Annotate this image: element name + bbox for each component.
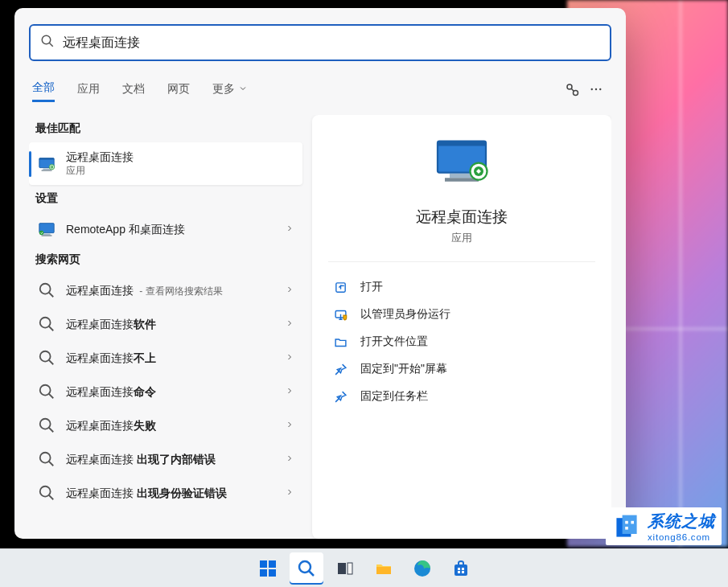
chevron-right-icon — [285, 283, 294, 298]
svg-rect-48 — [260, 569, 267, 577]
svg-rect-56 — [454, 564, 467, 576]
search-input[interactable] — [63, 35, 600, 50]
svg-line-4 — [571, 88, 574, 91]
chevron-right-icon — [285, 384, 294, 399]
action-pin-start[interactable]: 固定到"开始"屏幕 — [328, 355, 595, 383]
chevron-right-icon — [285, 351, 294, 365]
linked-devices-button[interactable] — [560, 77, 584, 101]
action-label: 打开文件位置 — [360, 335, 428, 349]
watermark-url: xitong86.com — [648, 532, 715, 542]
svg-point-6 — [595, 88, 597, 89]
details-sub: 应用 — [451, 231, 472, 245]
action-label: 以管理员身份运行 — [360, 307, 450, 322]
svg-rect-16 — [42, 236, 52, 236]
svg-line-51 — [309, 571, 314, 576]
action-open-location[interactable]: 打开文件位置 — [328, 328, 595, 355]
search-icon — [37, 314, 56, 334]
results-list: 最佳匹配 远程桌面连接 应用 设置 RemoteApp 和桌面连接 搜索网页 — [29, 115, 302, 539]
admin-shield-icon — [333, 307, 348, 322]
svg-point-17 — [39, 231, 44, 236]
search-icon — [37, 483, 56, 503]
action-label: 固定到任务栏 — [360, 389, 428, 404]
start-button[interactable] — [251, 552, 285, 585]
svg-line-29 — [49, 462, 54, 466]
svg-point-28 — [40, 453, 51, 463]
watermark-title: 系统之城 — [648, 511, 715, 532]
svg-rect-49 — [269, 569, 276, 577]
settings-item-title: RemoteApp 和桌面连接 — [66, 222, 285, 236]
svg-rect-54 — [376, 567, 391, 574]
svg-point-30 — [40, 486, 51, 497]
svg-rect-42 — [623, 515, 637, 533]
svg-rect-57 — [458, 568, 460, 570]
svg-rect-10 — [43, 168, 50, 170]
svg-line-27 — [49, 428, 54, 433]
search-panel: 全部 应用 文档 网页 更多 最佳匹配 远程桌面连接 应用 — [14, 8, 626, 539]
web-result-1[interactable]: 远程桌面连接软件 — [29, 307, 302, 341]
search-box[interactable] — [29, 24, 611, 61]
tab-documents[interactable]: 文档 — [122, 77, 145, 101]
svg-line-1 — [49, 43, 53, 47]
search-icon — [40, 34, 55, 51]
rdp-icon — [37, 154, 56, 174]
svg-rect-59 — [458, 571, 460, 573]
web-result-3[interactable]: 远程桌面连接命令 — [29, 375, 302, 408]
watermark: 系统之城 xitong86.com — [606, 507, 722, 545]
taskbar-search-button[interactable] — [290, 552, 323, 585]
edge-button[interactable] — [405, 552, 439, 585]
web-result-6[interactable]: 远程桌面连接 出现身份验证错误 — [29, 476, 302, 510]
tab-web[interactable]: 网页 — [167, 77, 190, 101]
file-explorer-button[interactable] — [367, 552, 401, 585]
taskbar — [0, 548, 728, 587]
filter-tabs: 全部 应用 文档 网页 更多 — [29, 76, 611, 102]
settings-item-remoteapp[interactable]: RemoteApp 和桌面连接 — [29, 212, 302, 246]
search-icon — [37, 281, 56, 300]
web-result-4[interactable]: 远程桌面连接失败 — [29, 408, 302, 442]
svg-point-0 — [42, 35, 51, 44]
svg-rect-44 — [631, 520, 634, 523]
web-result-0[interactable]: 远程桌面连接 - 查看网络搜索结果 — [29, 273, 302, 307]
svg-point-20 — [40, 318, 51, 328]
svg-point-24 — [40, 385, 51, 396]
best-match-sub: 应用 — [66, 164, 294, 178]
search-icon — [37, 449, 56, 469]
action-pin-taskbar[interactable]: 固定到任务栏 — [328, 383, 595, 410]
action-run-admin[interactable]: 以管理员身份运行 — [328, 301, 595, 328]
svg-point-22 — [40, 351, 51, 362]
chevron-down-icon — [238, 83, 248, 96]
svg-line-19 — [49, 293, 54, 298]
open-icon — [333, 280, 348, 294]
svg-rect-45 — [625, 527, 628, 530]
svg-rect-58 — [462, 568, 464, 570]
svg-rect-33 — [438, 142, 486, 146]
svg-rect-47 — [269, 560, 276, 568]
chevron-right-icon — [285, 222, 294, 236]
action-label: 打开 — [360, 280, 383, 294]
chevron-right-icon — [285, 317, 294, 331]
tab-all[interactable]: 全部 — [32, 76, 55, 102]
section-best-match: 最佳匹配 — [29, 115, 302, 142]
details-pane: 远程桌面连接 应用 打开 以管理员身份运行 打开文件位置 固定到" — [312, 115, 611, 539]
tab-apps[interactable]: 应用 — [77, 77, 100, 101]
svg-rect-15 — [43, 234, 50, 236]
svg-point-5 — [591, 88, 593, 89]
svg-point-3 — [574, 90, 578, 95]
action-label: 固定到"开始"屏幕 — [360, 362, 447, 376]
best-match-item[interactable]: 远程桌面连接 应用 — [29, 142, 302, 185]
tab-more[interactable]: 更多 — [212, 77, 248, 101]
web-result-2[interactable]: 远程桌面连接不上 — [29, 341, 302, 375]
store-button[interactable] — [444, 552, 478, 585]
remoteapp-icon — [37, 220, 56, 239]
svg-rect-53 — [348, 563, 352, 574]
svg-line-31 — [49, 495, 54, 500]
svg-rect-9 — [39, 158, 54, 159]
more-options-button[interactable] — [584, 77, 608, 101]
chevron-right-icon — [285, 452, 294, 466]
details-title: 远程桌面连接 — [416, 207, 508, 228]
task-view-button[interactable] — [328, 552, 362, 585]
svg-line-25 — [49, 394, 54, 399]
web-result-5[interactable]: 远程桌面连接 出现了内部错误 — [29, 442, 302, 476]
folder-icon — [333, 335, 348, 349]
action-open[interactable]: 打开 — [328, 273, 595, 301]
pin-icon — [333, 389, 348, 404]
